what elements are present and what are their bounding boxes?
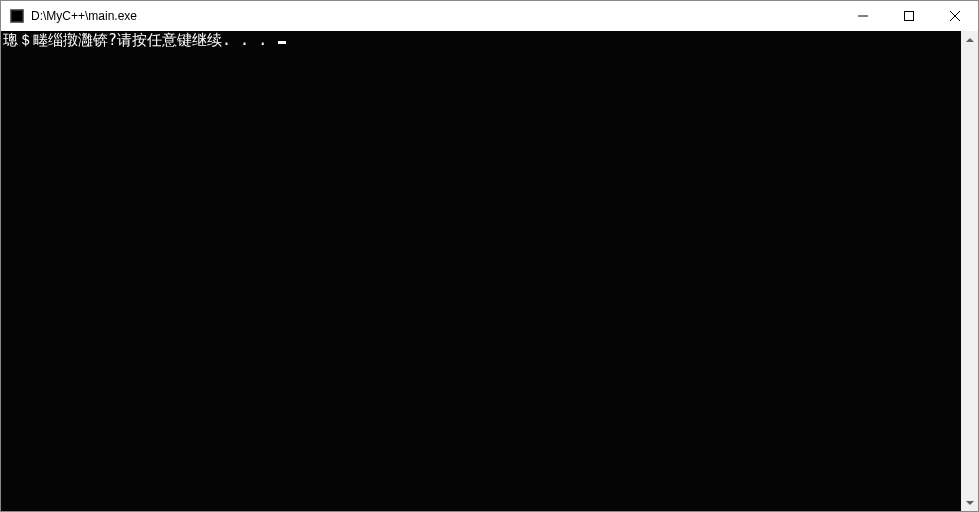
maximize-icon [904,11,914,21]
minimize-icon [858,11,868,21]
client-area: 璁＄畻缁撴灉锛?请按任意键继续. . . [1,31,978,511]
chevron-down-icon [966,499,974,507]
minimize-button[interactable] [840,1,886,31]
console-line: 璁＄畻缁撴灉锛?请按任意键继续. . . [3,31,959,49]
close-button[interactable] [932,1,978,31]
close-icon [950,11,960,21]
scroll-down-button[interactable] [961,494,978,511]
window-title: D:\MyC++\main.exe [31,9,840,23]
scroll-track[interactable] [961,48,978,494]
vertical-scrollbar[interactable] [961,31,978,511]
chevron-up-icon [966,36,974,44]
window-controls [840,1,978,31]
svg-rect-1 [12,11,22,21]
scroll-up-button[interactable] [961,31,978,48]
app-icon [9,8,25,24]
maximize-button[interactable] [886,1,932,31]
console-output[interactable]: 璁＄畻缁撴灉锛?请按任意键继续. . . [1,31,961,511]
text-cursor [278,41,286,44]
application-window: D:\MyC++\main.exe 璁＄畻缁撴灉锛?请按任意键继续 [0,0,979,512]
svg-rect-3 [905,12,914,21]
titlebar[interactable]: D:\MyC++\main.exe [1,1,978,31]
console-text: 璁＄畻缁撴灉锛?请按任意键继续. . . [3,31,276,49]
